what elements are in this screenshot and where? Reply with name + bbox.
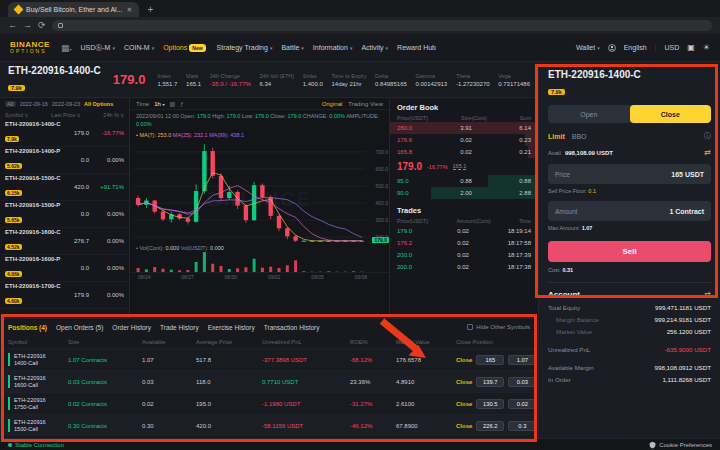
- tab-open[interactable]: Open: [548, 105, 630, 123]
- stat-item: Strike 1,400.0: [303, 73, 323, 87]
- close-amount-input[interactable]: 0.3: [508, 421, 536, 431]
- indicators-icon[interactable]: ƒ: [180, 101, 183, 107]
- sell-button[interactable]: Sell: [548, 241, 711, 262]
- bid-row[interactable]: 95.0 0.88 0.88: [390, 175, 538, 187]
- contract-list-item[interactable]: ETH-220916-1700-C 4.60k 179.9 0.00%: [0, 282, 129, 309]
- volume-badge: 7.9k: [5, 136, 19, 142]
- sort-symbol[interactable]: Symbol: [5, 112, 28, 118]
- candle-style-icon[interactable]: ▥: [170, 100, 176, 107]
- positions-tab[interactable]: Exercise History: [208, 324, 255, 331]
- profile-icon[interactable]: [608, 44, 616, 52]
- contract-list-item[interactable]: ETH-220916-1400-C 7.9k 179.0 -16.77%: [0, 120, 129, 147]
- volume-badge: 5.62k: [5, 163, 22, 169]
- nav-menu-item[interactable]: Reward Hub: [397, 44, 438, 51]
- address-bar[interactable]: [52, 20, 712, 31]
- info-icon[interactable]: ⓘ: [704, 131, 711, 141]
- chart-mode-tradingview[interactable]: Trading View: [348, 101, 383, 107]
- position-available: 0.30: [142, 423, 196, 429]
- order-type-limit[interactable]: Limit: [548, 133, 565, 140]
- chevron-down-icon: ▾: [112, 45, 115, 51]
- back-icon[interactable]: ←: [8, 21, 17, 30]
- close-price-input[interactable]: 165: [476, 355, 504, 365]
- close-position-link[interactable]: Close: [456, 401, 472, 407]
- close-amount-input[interactable]: 0.02: [508, 399, 536, 409]
- positions-tab[interactable]: Open Orders (5): [56, 324, 103, 331]
- positions-tab[interactable]: Transaction History: [264, 324, 320, 331]
- positions-tab[interactable]: Positions (4): [8, 324, 47, 331]
- nav-menu-item[interactable]: Information ▾: [313, 44, 353, 51]
- options-filter[interactable]: All Options: [84, 101, 113, 107]
- interval-label[interactable]: Time: [136, 101, 149, 107]
- logo-subtext: OPTIONS: [10, 49, 50, 54]
- order-type-bbo[interactable]: BBO: [572, 133, 587, 140]
- account-value: 998,108.0912 USDT: [655, 364, 711, 371]
- contract-list-item[interactable]: ETH-220916-1600-P 4.06k 0.0 0.00%: [0, 255, 129, 282]
- nav-menu-item[interactable]: COIN-M ▾: [124, 44, 154, 51]
- account-label: Margin Balance: [548, 316, 599, 323]
- volume-chart[interactable]: [134, 252, 367, 272]
- contract-symbol-block[interactable]: ETH-220916-1400-C 7.9k: [8, 65, 101, 94]
- close-price-input[interactable]: 130.5: [476, 399, 504, 409]
- currency-selector[interactable]: USD: [664, 44, 679, 51]
- contract-list-item[interactable]: ETH-220916-1500-C 6.15k 420.0 +91.71%: [0, 174, 129, 201]
- checkbox-icon[interactable]: [467, 324, 473, 330]
- expiry-date-tab-1[interactable]: 2022-09-16: [20, 101, 48, 107]
- close-price-input[interactable]: 226.2: [476, 421, 504, 431]
- hide-other-symbols[interactable]: Hide Other Symbols: [467, 324, 530, 330]
- amount-input[interactable]: Amount 1 Contract: [548, 201, 711, 221]
- nav-menu-item[interactable]: Activity ▾: [361, 44, 388, 51]
- view-all-toggle[interactable]: All: [5, 101, 16, 107]
- wallet-menu[interactable]: Wallet▾: [576, 44, 600, 51]
- orderbook-mid-row[interactable]: 179.0 -16.77% 165.1: [390, 158, 538, 175]
- bid-price: 90.0: [397, 190, 427, 196]
- tab-close[interactable]: Close: [630, 105, 712, 123]
- forward-icon[interactable]: →: [23, 21, 32, 30]
- bid-sum: 2.88: [505, 190, 531, 196]
- close-position-link[interactable]: Close: [456, 357, 472, 363]
- close-position-link[interactable]: Close: [456, 379, 472, 385]
- browser-tab[interactable]: Buy/Sell Bitcoin, Ether and Al... ✕: [8, 2, 139, 17]
- contract-list-item[interactable]: ETH-220916-1500-P 5.65k 0.0 0.00%: [0, 201, 129, 228]
- close-position-link[interactable]: Close: [456, 423, 472, 429]
- stat-item: 24h Vol (ETH) 6.34: [260, 73, 295, 87]
- nav-menu-item[interactable]: Options New: [163, 44, 207, 52]
- binance-options-logo[interactable]: BINANCE OPTIONS: [10, 41, 50, 54]
- language-selector[interactable]: English: [624, 44, 647, 51]
- contract-list-item[interactable]: ETH-220916-1400-P 5.62k 0.0 0.00%: [0, 147, 129, 174]
- position-row: ETH-220916 1750-Call 0.02 Contracts 0.02…: [0, 392, 538, 414]
- ask-row[interactable]: 280.0 3.91 6.14: [390, 122, 538, 134]
- interval-selector[interactable]: 1h ▾: [154, 101, 164, 107]
- close-amount-input[interactable]: 0.03: [508, 377, 536, 387]
- bid-row[interactable]: 90.0 2.00 2.88: [390, 187, 538, 199]
- positions-tab[interactable]: Trade History: [160, 324, 199, 331]
- apps-grid-icon[interactable]: ▦▾: [61, 43, 72, 53]
- sort-last-price[interactable]: Last Price: [51, 112, 81, 118]
- last-price: 179.0: [113, 72, 146, 87]
- cookie-preferences[interactable]: Cookie Preferences: [649, 441, 712, 449]
- ask-row[interactable]: 165.8 0.02 0.21: [390, 146, 538, 158]
- price-input[interactable]: Price 165 USDT: [548, 164, 711, 184]
- nav-menu-item[interactable]: USDⓈ-M ▾: [80, 43, 114, 53]
- sort-change[interactable]: 24h %: [103, 112, 124, 118]
- transfer-icon[interactable]: ⇄: [704, 290, 711, 299]
- volume-badge: 6.15k: [5, 190, 22, 196]
- ask-row[interactable]: 176.6 0.02 0.23: [390, 134, 538, 146]
- stat-item: Vega 0.73171486: [498, 73, 530, 87]
- chart-mode-original[interactable]: Original: [322, 101, 343, 107]
- expiry-date-tab-2[interactable]: 2022-09-23: [52, 101, 80, 107]
- nav-menu-item[interactable]: Battle ▾: [281, 44, 303, 51]
- site-info-icon[interactable]: [58, 23, 63, 28]
- contract-list-item[interactable]: ETH-220916-1600-C 4.52k 276.7 0.00%: [0, 228, 129, 255]
- positions-tab[interactable]: Order History: [112, 324, 151, 331]
- new-tab-button[interactable]: +: [147, 2, 153, 17]
- close-price-input[interactable]: 139.7: [476, 377, 504, 387]
- download-app-icon[interactable]: ▣: [687, 43, 695, 52]
- close-amount-input[interactable]: 1.07: [508, 355, 536, 365]
- nav-menu-item[interactable]: Strategy Trading ▾: [217, 44, 273, 51]
- refresh-icon[interactable]: ⟳: [38, 21, 46, 30]
- position-avg-price: 420.0: [196, 423, 262, 429]
- theme-toggle-icon[interactable]: ☀: [703, 43, 710, 52]
- contract-last-price: 179.9: [67, 292, 89, 298]
- tab-close-icon[interactable]: ✕: [127, 6, 133, 14]
- transfer-icon[interactable]: ⇄: [704, 148, 711, 157]
